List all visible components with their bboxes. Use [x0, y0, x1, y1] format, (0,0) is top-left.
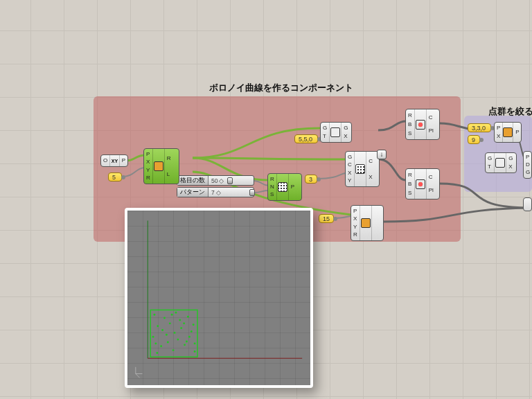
comp-orient-2[interactable]: RBS CPl	[405, 168, 440, 200]
panel-15[interactable]: 15	[319, 214, 334, 223]
slider-value: 7	[211, 189, 215, 196]
panel-550[interactable]: 5,5,0	[294, 134, 318, 143]
box-icon	[361, 218, 371, 228]
panel-9[interactable]: 9	[468, 135, 480, 144]
comp-extra[interactable]	[523, 197, 532, 211]
svg-point-28	[183, 322, 185, 324]
svg-line-32	[136, 374, 140, 378]
svg-point-25	[186, 341, 188, 343]
svg-point-12	[166, 334, 168, 336]
svg-point-6	[187, 316, 189, 318]
slider-pattern[interactable]: パターン 7◇	[177, 187, 254, 197]
comp-box[interactable]: PXYR	[351, 205, 384, 241]
comp-graft-2[interactable]: GT GX	[485, 152, 517, 173]
svg-point-10	[193, 323, 195, 326]
graft-icon	[330, 127, 340, 137]
rectangle-icon	[154, 161, 163, 171]
comp-rectangle[interactable]: PX YR RL	[143, 148, 179, 184]
graft-icon	[495, 158, 505, 168]
slider-value: 50	[211, 177, 218, 184]
comp-xy-plane[interactable]: O XY P	[100, 154, 128, 167]
svg-point-9	[180, 327, 182, 329]
svg-point-20	[167, 342, 169, 344]
preview-viewport[interactable]	[125, 208, 313, 388]
svg-point-19	[156, 352, 158, 354]
comp-cull[interactable]: PDG	[523, 151, 532, 179]
svg-point-13	[177, 339, 179, 341]
comp-voronoi[interactable]: GCXY ↓ CX	[345, 151, 380, 187]
svg-point-7	[157, 325, 159, 327]
slider-grid-count[interactable]: 格目の数 50◇	[177, 175, 254, 186]
comp-populate-2d[interactable]: RNS P	[267, 173, 302, 201]
svg-point-11	[152, 336, 154, 338]
point-icon	[503, 127, 513, 137]
svg-point-22	[190, 330, 193, 332]
svg-point-17	[184, 344, 186, 346]
svg-point-15	[160, 345, 162, 347]
voronoi-icon	[355, 164, 365, 174]
comp-point[interactable]: PX P	[494, 122, 522, 143]
panel-330[interactable]: 3,3,0	[468, 123, 491, 132]
svg-point-24	[174, 332, 176, 334]
panel-5[interactable]: 5	[108, 172, 122, 181]
svg-point-5	[175, 312, 177, 314]
svg-point-16	[172, 349, 175, 351]
populate-icon	[278, 182, 287, 192]
comp-orient-1[interactable]: RBS CPl	[405, 109, 440, 140]
svg-point-14	[188, 336, 190, 338]
svg-point-3	[154, 314, 156, 316]
svg-point-23	[161, 329, 163, 331]
svg-point-4	[163, 317, 166, 319]
panel-3[interactable]: 3	[305, 175, 317, 184]
comp-graft-1[interactable]: GT GX	[320, 122, 352, 143]
svg-point-29	[194, 342, 196, 344]
slider-label: パターン	[177, 188, 209, 197]
orient-icon	[416, 120, 425, 130]
svg-point-21	[179, 319, 181, 321]
svg-point-18	[194, 351, 196, 353]
svg-point-26	[154, 342, 157, 344]
slider-label: 格目の数	[177, 176, 209, 185]
svg-point-8	[169, 322, 171, 324]
orient-icon	[416, 179, 425, 189]
svg-point-27	[171, 314, 173, 316]
